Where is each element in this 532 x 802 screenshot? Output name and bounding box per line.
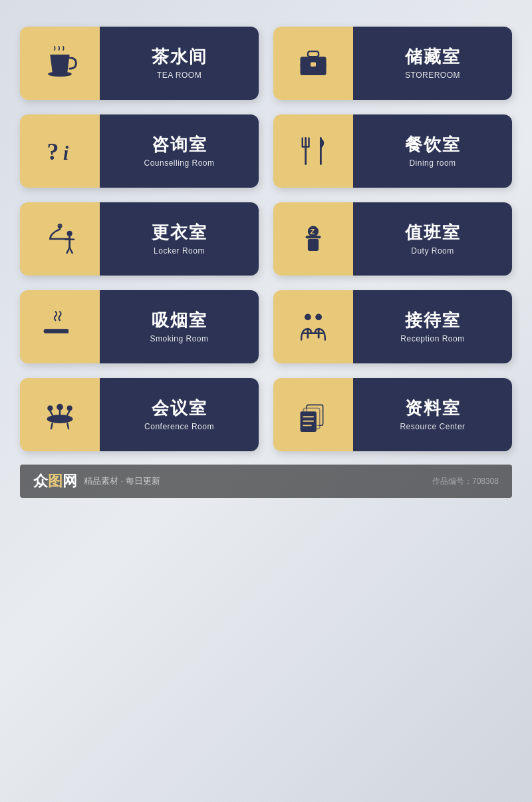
svg-rect-4 [311,62,316,67]
watermark-subtitle: 精品素材 · 每日更新 [84,475,160,487]
svg-line-39 [67,423,68,429]
watermark-logo: 众图网 [33,471,77,491]
svg-rect-20 [308,239,319,251]
briefcase-icon [296,46,331,81]
reception-room-english: Reception Room [400,334,464,343]
tea-icon-bg [20,27,100,100]
duty-room-english: Duty Room [411,246,454,256]
tea-room-chinese: 茶水间 [152,47,207,67]
conference-room-text: 会议室 Conference Room [100,378,259,451]
dining-icon-bg [273,114,353,188]
tea-room-english: TEA ROOM [157,71,201,80]
svg-rect-1 [308,51,319,57]
conference-icon [43,397,77,432]
svg-point-0 [48,71,72,77]
svg-point-32 [57,404,63,411]
sign-counselling-room: ? i 咨询室 Counselling Room [20,114,259,188]
resource-icon [296,397,331,432]
resource-center-chinese: 资料室 [405,398,461,419]
duty-icon: Z [296,222,331,256]
resource-center-english: Resource Center [400,422,465,431]
counselling-icon-bg: ? i [20,114,100,188]
locker-room-text: 更衣室 Locker Room [100,202,259,276]
svg-point-34 [47,405,53,411]
duty-room-chinese: 值班室 [405,222,461,243]
svg-rect-19 [306,236,321,238]
watermark-work-number: 作品编号：708308 [432,476,499,487]
storeroom-icon-bg [273,27,353,100]
svg-text:?: ? [47,138,59,165]
sign-grid: 茶水间 TEA ROOM 储藏室 STOREROOM [20,27,512,451]
storeroom-english: STOREROOM [405,71,460,80]
sign-tea-room: 茶水间 TEA ROOM [20,27,259,100]
duty-icon-bg: Z [273,202,353,276]
watermark-bar: 众图网 精品素材 · 每日更新 作品编号：708308 [20,465,512,498]
svg-line-38 [51,423,53,429]
counselling-room-text: 咨询室 Counselling Room [100,114,259,188]
svg-line-17 [70,248,72,253]
question-icon: ? i [43,134,77,168]
svg-rect-22 [46,329,68,333]
locker-icon [43,222,77,256]
locker-icon-bg [20,202,100,276]
smoking-room-english: Smoking Room [150,334,208,343]
svg-point-25 [305,314,311,321]
conference-icon-bg [20,378,100,451]
reception-icon-bg [273,290,353,363]
sign-smoking-room: 吸烟室 Smoking Room [20,290,259,363]
storeroom-chinese: 储藏室 [405,47,461,67]
tea-room-text: 茶水间 TEA ROOM [100,27,259,100]
sign-reception-room: 接待室 Reception Room [273,290,512,363]
watermark-left: 众图网 精品素材 · 每日更新 [33,471,160,491]
sign-storeroom: 储藏室 STOREROOM [273,27,512,100]
dining-room-english: Dining room [409,158,456,168]
locker-room-english: Locker Room [154,246,205,256]
locker-room-chinese: 更衣室 [152,222,207,243]
counselling-room-english: Counselling Room [144,158,214,168]
storeroom-text: 储藏室 STOREROOM [353,27,512,100]
reception-room-chinese: 接待室 [405,310,461,331]
reception-room-text: 接待室 Reception Room [353,290,512,363]
smoking-room-text: 吸烟室 Smoking Room [100,290,259,363]
duty-room-text: 值班室 Duty Room [353,202,512,276]
svg-text:i: i [63,142,68,164]
svg-point-28 [315,314,322,321]
svg-rect-23 [68,329,74,333]
svg-text:Z: Z [310,228,315,236]
dining-icon [296,134,331,168]
smoking-icon [43,309,77,344]
sign-resource-center: 资料室 Resource Center [273,378,512,451]
conference-room-english: Conference Room [144,422,214,431]
resource-center-text: 资料室 Resource Center [353,378,512,451]
svg-point-24 [44,329,49,333]
smoking-room-chinese: 吸烟室 [152,310,207,331]
dining-room-text: 餐饮室 Dining room [353,114,512,188]
sign-duty-room: Z 值班室 Duty Room [273,202,512,276]
dining-room-chinese: 餐饮室 [405,134,461,155]
sign-dining-room: 餐饮室 Dining room [273,114,512,188]
conference-room-chinese: 会议室 [152,398,207,419]
sign-conference-room: 会议室 Conference Room [20,378,259,451]
counselling-room-chinese: 咨询室 [152,134,207,155]
tea-icon [43,46,77,81]
smoking-icon-bg [20,290,100,363]
sign-locker-room: 更衣室 Locker Room [20,202,259,276]
reception-icon [296,309,331,344]
resource-icon-bg [273,378,353,451]
